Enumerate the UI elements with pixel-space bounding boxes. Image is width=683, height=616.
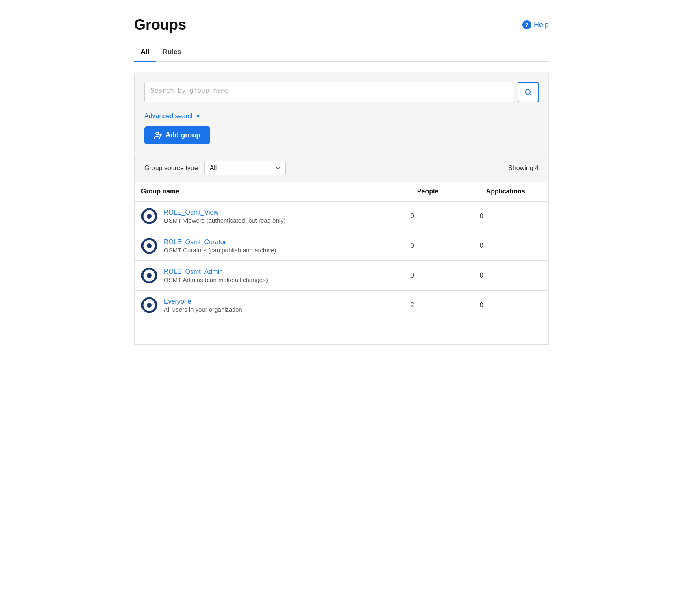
group-name-link-everyone[interactable]: Everyone: [164, 298, 242, 305]
search-panel: Advanced search ▾ Add group: [134, 72, 549, 154]
advanced-search-link[interactable]: Advanced search ▾: [144, 107, 539, 120]
showing-count: Showing 4: [508, 165, 539, 172]
people-cell-everyone: 2: [411, 291, 480, 320]
group-icon-everyone: [141, 297, 157, 313]
filter-left: Group source type All: [144, 161, 286, 175]
svg-point-6: [147, 214, 152, 219]
people-cell-role-osmt-curator: 0: [411, 231, 480, 261]
search-button[interactable]: [518, 82, 539, 102]
apps-cell-role-osmt-view: 0: [480, 201, 549, 231]
page-header: Groups ? Help: [134, 16, 549, 33]
tab-rules[interactable]: Rules: [156, 43, 188, 62]
apps-cell-everyone: 0: [480, 291, 549, 320]
groups-table: Group name People Applications ROLE_Osmt…: [134, 182, 549, 345]
people-cell-role-osmt-admin: 0: [411, 261, 480, 291]
group-name-link-role-osmt-curator[interactable]: ROLE_Osmt_Curator: [164, 239, 276, 246]
group-name-link-role-osmt-admin[interactable]: ROLE_Osmt_Admin: [164, 268, 268, 275]
group-desc-role-osmt-curator: OSMT Curators (can publish and archive): [164, 247, 276, 254]
filter-bar: Group source type All Showing 4: [134, 154, 549, 182]
search-input[interactable]: [144, 82, 514, 102]
group-info-role-osmt-curator: ROLE_Osmt_CuratorOSMT Curators (can publ…: [164, 239, 276, 254]
group-icon-role-osmt-view: [141, 208, 157, 224]
svg-line-1: [530, 94, 531, 95]
apps-cell-role-osmt-curator: 0: [480, 231, 549, 261]
table-row: ROLE_Osmt_CuratorOSMT Curators (can publ…: [135, 231, 549, 261]
col-applications: Applications: [480, 182, 549, 201]
group-source-type-select[interactable]: All: [204, 161, 286, 175]
help-link[interactable]: ? Help: [522, 20, 549, 29]
advanced-search-arrow: ▾: [196, 112, 200, 120]
page-title: Groups: [134, 16, 186, 33]
empty-row: [135, 320, 549, 345]
table-row: ROLE_Osmt_ViewOSMT Viewers (authenticate…: [135, 201, 549, 231]
svg-point-8: [147, 243, 152, 248]
group-info-role-osmt-admin: ROLE_Osmt_AdminOSMT Admins (can make all…: [164, 268, 268, 283]
group-info-role-osmt-view: ROLE_Osmt_ViewOSMT Viewers (authenticate…: [164, 209, 286, 224]
tabs-bar: All Rules: [134, 43, 549, 62]
table-header: Group name People Applications: [135, 182, 549, 201]
group-icon-role-osmt-curator: [141, 238, 157, 254]
table-row: EveryoneAll users in your organization20: [135, 291, 549, 320]
col-group-name: Group name: [135, 182, 411, 201]
search-row: [144, 82, 539, 102]
name-cell-role-osmt-view: ROLE_Osmt_ViewOSMT Viewers (authenticate…: [135, 201, 411, 231]
search-icon: [524, 88, 532, 96]
people-cell-role-osmt-view: 0: [411, 201, 480, 231]
page-container: Groups ? Help All Rules: [118, 0, 565, 361]
group-desc-role-osmt-view: OSMT Viewers (authenticated, but read on…: [164, 217, 286, 224]
add-group-icon: [154, 131, 162, 139]
name-cell-role-osmt-admin: ROLE_Osmt_AdminOSMT Admins (can make all…: [135, 261, 411, 291]
add-group-label: Add group: [165, 131, 200, 139]
name-cell-everyone: EveryoneAll users in your organization: [135, 291, 411, 320]
group-info-everyone: EveryoneAll users in your organization: [164, 298, 242, 313]
table-body: ROLE_Osmt_ViewOSMT Viewers (authenticate…: [135, 201, 549, 345]
group-icon-role-osmt-admin: [141, 267, 157, 284]
add-group-button[interactable]: Add group: [144, 126, 210, 144]
help-label: Help: [534, 21, 549, 29]
table-row: ROLE_Osmt_AdminOSMT Admins (can make all…: [135, 261, 549, 291]
tab-all[interactable]: All: [134, 43, 156, 62]
name-cell-role-osmt-curator: ROLE_Osmt_CuratorOSMT Curators (can publ…: [135, 231, 411, 261]
apps-cell-role-osmt-admin: 0: [480, 261, 549, 291]
group-desc-everyone: All users in your organization: [164, 306, 242, 313]
filter-label: Group source type: [144, 165, 198, 172]
col-people: People: [411, 182, 480, 201]
svg-point-12: [147, 303, 152, 308]
content-area: Advanced search ▾ Add group Group source…: [134, 72, 549, 345]
help-icon: ?: [522, 20, 531, 29]
svg-point-2: [156, 132, 159, 135]
group-desc-role-osmt-admin: OSMT Admins (can make all changes): [164, 276, 268, 283]
svg-point-10: [147, 273, 152, 278]
group-name-link-role-osmt-view[interactable]: ROLE_Osmt_View: [164, 209, 286, 216]
advanced-search-label: Advanced search: [144, 113, 195, 120]
